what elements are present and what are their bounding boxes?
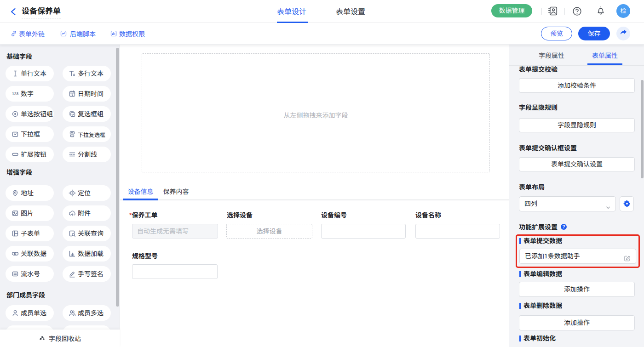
svg-text:123: 123: [12, 91, 18, 96]
